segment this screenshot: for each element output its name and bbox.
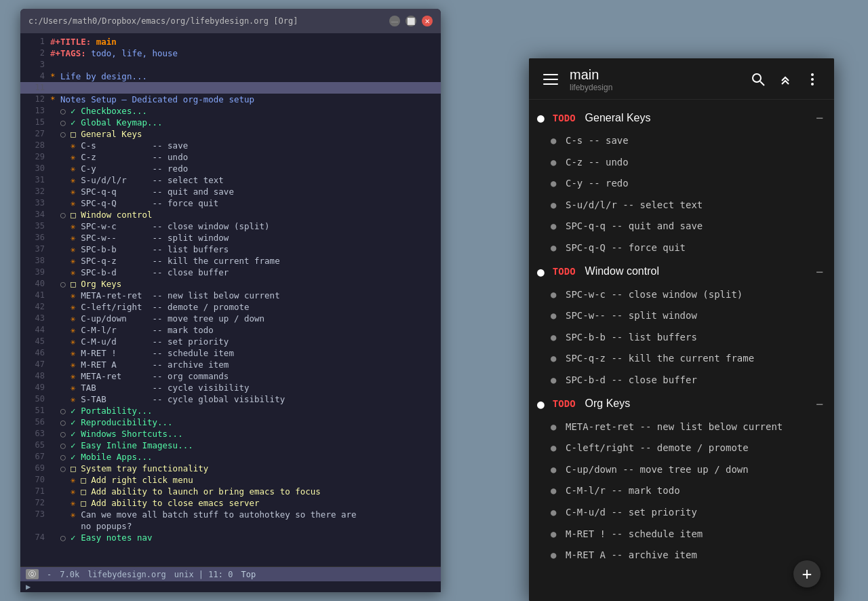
list-item: ● C-M-l/r -- mark todo <box>529 480 834 502</box>
editor-line: 50 ✳ S-TAB -- cycle global visibility <box>20 393 441 405</box>
mobile-title-block: main lifebydesign <box>570 66 739 92</box>
editor-titlebar: c:/Users/math0/Dropbox/emacs/org/lifebyd… <box>20 9 441 33</box>
todo-badge: TODO <box>553 266 576 277</box>
editor-line: 28 ✳ C-s -- save <box>20 140 441 151</box>
editor-line: 2 #+TAGS: todo, life, house <box>20 47 441 59</box>
svg-point-7 <box>811 83 814 85</box>
svg-point-3 <box>753 74 761 82</box>
list-item: ● M-RET A -- archive item <box>529 545 834 566</box>
collapse-button[interactable]: − <box>813 265 826 279</box>
section-org-keys-header[interactable]: ● TODO Org Keys − <box>529 391 834 416</box>
titlebar-controls: — ⬜ ✕ <box>389 16 433 26</box>
list-item: ● C-left/right -- demote / promote <box>529 438 834 459</box>
editor-line: 30 ✳ C-y -- redo <box>20 163 441 174</box>
editor-line: no popups? <box>20 520 441 532</box>
editor-line-cursor: 11 <box>20 82 441 94</box>
editor-line: 47 ✳ M-RET A -- archive item <box>20 359 441 370</box>
editor-line: 37 ✳ SPC-b-b -- list buffers <box>20 244 441 255</box>
modeline-filename: lifebydesign.org <box>87 570 166 579</box>
section-bullet: ● <box>537 111 545 125</box>
editor-line: 48 ✳ META-ret -- org commands <box>20 370 441 382</box>
editor-content[interactable]: 1 #+TITLE: main 2 #+TAGS: todo, life, ho… <box>20 33 441 566</box>
mobile-header-actions <box>747 69 823 90</box>
mobile-panel: main lifebydesign <box>529 58 834 601</box>
minimize-button[interactable]: — <box>389 16 400 26</box>
list-item: ● SPC-q-z -- kill the current frame <box>529 348 834 370</box>
modeline-mode: unix | 11: 0 <box>174 570 233 579</box>
editor-line: 46 ✳ M-RET ! -- schedule item <box>20 347 441 359</box>
modeline-size: - <box>47 570 52 579</box>
editor-line: 35 ✳ SPC-w-c -- close window (split) <box>20 220 441 232</box>
list-item: ● SPC-q-q -- quit and save <box>529 216 834 237</box>
editor-line: 72 ✳ □ Add ability to close emacs server <box>20 497 441 509</box>
editor-line: 34 ○ □ Window control <box>20 209 441 220</box>
collapse-button[interactable]: − <box>813 397 826 411</box>
editor-line: 70 ✳ □ Add right click menu <box>20 474 441 486</box>
restore-button[interactable]: ⬜ <box>406 16 416 26</box>
list-item: ● C-M-u/d -- set priority <box>529 502 834 524</box>
editor-line: 13 ○ ✓ Checkboxes... <box>20 105 441 117</box>
editor-line: 45 ✳ C-M-u/d -- set priority <box>20 336 441 347</box>
todo-badge: TODO <box>553 398 576 409</box>
editor-line: 33 ✳ SPC-q-Q -- force quit <box>20 197 441 209</box>
modeline-size-val: 7.0k <box>60 570 79 579</box>
list-item: ● SPC-b-b -- list buffers <box>529 327 834 349</box>
editor-line: 1 #+TITLE: main <box>20 36 441 47</box>
editor-title: c:/Users/math0/Dropbox/emacs/org/lifebyd… <box>28 16 298 26</box>
editor-line: 42 ✳ C-left/right -- demote / promote <box>20 301 441 313</box>
editor-line: 15 ○ ✓ Global Keymap... <box>20 117 441 128</box>
list-item: ● M-RET ! -- schedule item <box>529 524 834 545</box>
editor-line: 3 <box>20 59 441 71</box>
section-title: Org Keys <box>585 398 807 410</box>
editor-line: 36 ✳ SPC-w-- -- split window <box>20 232 441 244</box>
collapse-button[interactable]: − <box>813 111 826 125</box>
editor-minibuffer: ▶ <box>20 581 441 592</box>
svg-rect-1 <box>543 79 558 80</box>
expand-icon <box>778 73 792 86</box>
editor-line: 32 ✳ SPC-q-q -- quit and save <box>20 186 441 197</box>
svg-point-6 <box>811 78 814 81</box>
editor-line: 65 ○ ✓ Easy Inline Imagesu... <box>20 440 441 451</box>
editor-line: 63 ○ ✓ Windows Shortcuts... <box>20 428 441 440</box>
svg-rect-2 <box>543 83 558 85</box>
hamburger-menu-button[interactable] <box>540 69 561 90</box>
editor-line: 44 ✳ C-M-l/r -- mark todo <box>20 324 441 336</box>
svg-rect-0 <box>543 74 558 75</box>
svg-line-4 <box>760 81 764 85</box>
editor-line: 67 ○ ✓ Mobile Apps... <box>20 451 441 463</box>
fab-add-button[interactable]: + <box>793 560 821 587</box>
editor-line: 27 ○ □ General Keys <box>20 128 441 140</box>
section-title: Window control <box>585 265 807 277</box>
modeline-position: Top <box>241 570 256 579</box>
section-title: General Keys <box>585 112 807 124</box>
editor-modeline: ⓪ - 7.0k lifebydesign.org unix | 11: 0 T… <box>20 566 441 581</box>
svg-point-5 <box>811 73 814 76</box>
search-icon <box>751 73 765 86</box>
mobile-content[interactable]: ● TODO General Keys − ● C-s -- save ● C-… <box>529 100 834 601</box>
section-bullet: ● <box>537 265 545 279</box>
editor-line: 4 * Life by design... <box>20 71 441 82</box>
editor-line: 29 ✳ C-z -- undo <box>20 151 441 163</box>
editor-line: 69 ○ □ System tray functionality <box>20 463 441 474</box>
search-button[interactable] <box>747 69 769 90</box>
editor-line: 73 ✳ Can we move all batch stuff to auto… <box>20 509 441 520</box>
list-item: ● SPC-b-d -- close buffer <box>529 370 834 391</box>
close-button[interactable]: ✕ <box>422 16 433 26</box>
section-general-keys-header[interactable]: ● TODO General Keys − <box>529 105 834 130</box>
todo-badge: TODO <box>553 113 576 123</box>
editor-line: 56 ○ ✓ Reproducibility... <box>20 416 441 428</box>
list-item: ● S-u/d/l/r -- select text <box>529 195 834 216</box>
modeline-flag: ⓪ <box>26 569 39 579</box>
section-window-control-header[interactable]: ● TODO Window control − <box>529 259 834 284</box>
expand-collapse-button[interactable] <box>774 69 796 90</box>
editor-panel: c:/Users/math0/Dropbox/emacs/org/lifebyd… <box>20 9 441 592</box>
list-item: ● SPC-w-c -- close window (split) <box>529 284 834 306</box>
mobile-app-subtitle: lifebydesign <box>570 83 739 92</box>
list-item: ● C-y -- redo <box>529 173 834 195</box>
mobile-app-title: main <box>570 66 739 83</box>
more-icon <box>810 73 814 86</box>
mobile-header: main lifebydesign <box>529 58 834 100</box>
section-bullet: ● <box>537 397 545 411</box>
editor-line: 71 ✳ □ Add ability to launch or bring em… <box>20 486 441 497</box>
more-options-button[interactable] <box>802 69 823 90</box>
